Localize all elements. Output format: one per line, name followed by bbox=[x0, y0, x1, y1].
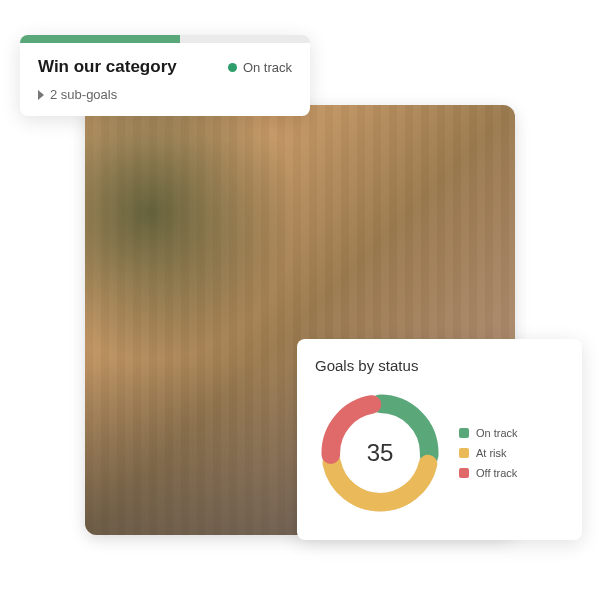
chart-title: Goals by status bbox=[315, 357, 566, 374]
chart-legend: On trackAt riskOff track bbox=[459, 427, 518, 479]
donut-chart: 35 bbox=[315, 388, 445, 518]
legend-label: At risk bbox=[476, 447, 507, 459]
legend-label: On track bbox=[476, 427, 518, 439]
caret-right-icon bbox=[38, 90, 44, 100]
status-label: On track bbox=[243, 60, 292, 75]
progress-bar bbox=[20, 35, 310, 43]
legend-item: At risk bbox=[459, 447, 518, 459]
donut-total: 35 bbox=[315, 388, 445, 518]
goals-by-status-card: Goals by status 35 On trackAt riskOff tr… bbox=[297, 339, 582, 540]
legend-item: Off track bbox=[459, 467, 518, 479]
progress-fill bbox=[20, 35, 180, 43]
legend-swatch-icon bbox=[459, 448, 469, 458]
subgoals-toggle[interactable]: 2 sub-goals bbox=[38, 87, 292, 102]
goal-title: Win our category bbox=[38, 57, 177, 77]
legend-label: Off track bbox=[476, 467, 517, 479]
goal-card[interactable]: Win our category On track 2 sub-goals bbox=[20, 35, 310, 116]
legend-item: On track bbox=[459, 427, 518, 439]
status-badge: On track bbox=[228, 60, 292, 75]
legend-swatch-icon bbox=[459, 428, 469, 438]
legend-swatch-icon bbox=[459, 468, 469, 478]
status-dot-icon bbox=[228, 63, 237, 72]
subgoals-label: 2 sub-goals bbox=[50, 87, 117, 102]
